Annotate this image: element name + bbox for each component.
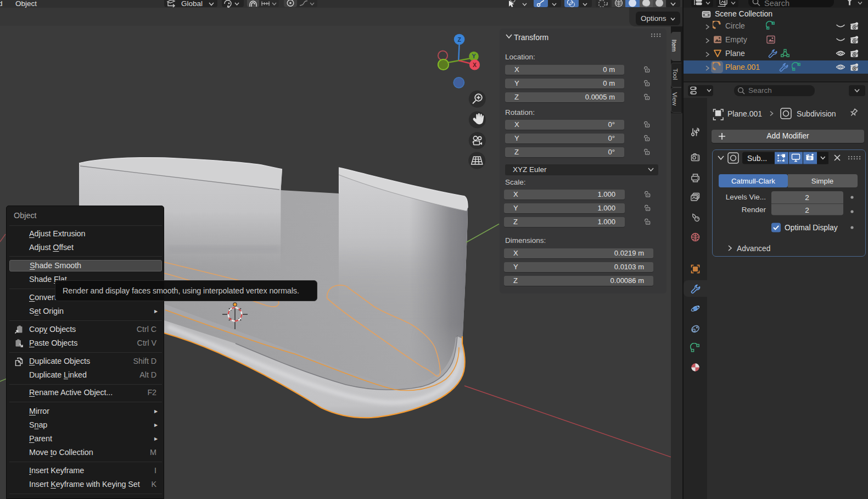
svg-text:d: d — [0, 0, 3, 8]
svg-text:Search: Search — [748, 86, 772, 95]
svg-text:Subdivision: Subdivision — [797, 109, 836, 118]
svg-text:X: X — [473, 62, 477, 68]
svg-text:Sub...: Sub... — [747, 154, 767, 163]
svg-text:Render: Render — [742, 206, 766, 214]
svg-text:Simple: Simple — [811, 177, 833, 185]
svg-text:Object: Object — [15, 0, 37, 8]
svg-text:Advanced: Advanced — [737, 245, 770, 253]
svg-text:Y: Y — [472, 53, 475, 59]
svg-text:Optimal Display: Optimal Display — [785, 224, 838, 232]
svg-text:Global: Global — [181, 0, 203, 8]
svg-text:Levels Vie...: Levels Vie... — [726, 193, 766, 201]
svg-text:Catmull-Clark: Catmull-Clark — [731, 177, 775, 185]
svg-text:Z: Z — [457, 36, 461, 43]
svg-text:Plane.001: Plane.001 — [727, 109, 762, 118]
svg-text:Search: Search — [764, 0, 789, 8]
svg-text:2: 2 — [805, 206, 809, 214]
svg-text:2: 2 — [805, 193, 809, 202]
